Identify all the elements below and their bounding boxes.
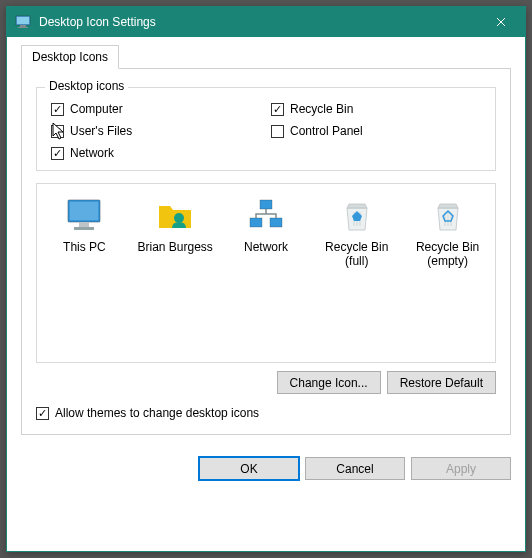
- ok-button[interactable]: OK: [199, 457, 299, 480]
- tab-desktop-icons[interactable]: Desktop Icons: [21, 45, 119, 69]
- icon-this-pc[interactable]: This PC: [41, 192, 127, 258]
- svg-rect-7: [74, 227, 94, 230]
- svg-point-8: [174, 213, 184, 223]
- icon-recycle-bin-empty[interactable]: Recycle Bin (empty): [405, 192, 491, 273]
- checkbox-allow-themes[interactable]: Allow themes to change desktop icons: [36, 406, 496, 420]
- checkbox-label: User's Files: [70, 124, 132, 138]
- icon-label: Brian Burgess: [138, 240, 213, 254]
- checkbox-label: Computer: [70, 102, 123, 116]
- checkbox-icon: [51, 125, 64, 138]
- icon-label: Recycle Bin (empty): [407, 240, 489, 269]
- checkbox-label: Control Panel: [290, 124, 363, 138]
- checkbox-grid: Computer Recycle Bin User's Files C: [51, 102, 481, 160]
- apply-button[interactable]: Apply: [411, 457, 511, 480]
- icon-user-folder[interactable]: Brian Burgess: [132, 192, 218, 258]
- checkbox-label: Allow themes to change desktop icons: [55, 406, 259, 420]
- svg-rect-11: [270, 218, 282, 227]
- change-icon-button[interactable]: Change Icon...: [277, 371, 381, 394]
- checkbox-icon: [271, 103, 284, 116]
- checkbox-computer[interactable]: Computer: [51, 102, 261, 116]
- groupbox-label: Desktop icons: [45, 79, 128, 93]
- svg-rect-6: [79, 222, 89, 227]
- recycle-empty-icon: [428, 196, 468, 236]
- svg-rect-10: [250, 218, 262, 227]
- svg-rect-3: [18, 27, 28, 28]
- icon-recycle-bin-full[interactable]: Recycle Bin (full): [314, 192, 400, 273]
- icon-label: Recycle Bin (full): [316, 240, 398, 269]
- monitor-icon: [64, 196, 104, 236]
- svg-rect-1: [17, 17, 29, 24]
- dialog-button-row: OK Cancel Apply: [7, 449, 525, 494]
- close-button[interactable]: [478, 7, 523, 37]
- recycle-full-icon: [337, 196, 377, 236]
- cancel-button[interactable]: Cancel: [305, 457, 405, 480]
- icon-label: Network: [244, 240, 288, 254]
- icon-network[interactable]: Network: [223, 192, 309, 258]
- icon-preview-list: This PC Brian Burgess Network Recycle Bi…: [36, 183, 496, 363]
- icon-button-row: Change Icon... Restore Default: [36, 371, 496, 394]
- titlebar: Desktop Icon Settings: [7, 7, 525, 37]
- icon-label: This PC: [63, 240, 106, 254]
- svg-rect-9: [260, 200, 272, 209]
- checkbox-label: Network: [70, 146, 114, 160]
- restore-default-button[interactable]: Restore Default: [387, 371, 496, 394]
- svg-rect-5: [70, 202, 98, 220]
- content-area: Desktop Icons Desktop icons Computer Rec…: [7, 37, 525, 449]
- checkbox-icon: [51, 103, 64, 116]
- user-folder-icon: [155, 196, 195, 236]
- checkbox-label: Recycle Bin: [290, 102, 353, 116]
- checkbox-network[interactable]: Network: [51, 146, 261, 160]
- tab-body: Desktop icons Computer Recycle Bin Us: [21, 68, 511, 435]
- checkbox-control-panel[interactable]: Control Panel: [271, 124, 481, 138]
- checkbox-users-files[interactable]: User's Files: [51, 124, 261, 138]
- checkbox-icon: [271, 125, 284, 138]
- network-icon: [246, 196, 286, 236]
- desktop-icons-groupbox: Desktop icons Computer Recycle Bin Us: [36, 87, 496, 171]
- checkbox-icon: [36, 407, 49, 420]
- dialog-window: Desktop Icon Settings Desktop Icons Desk…: [6, 6, 526, 552]
- tab-container: Desktop Icons Desktop icons Computer Rec…: [21, 45, 511, 435]
- checkbox-icon: [51, 147, 64, 160]
- window-title: Desktop Icon Settings: [39, 15, 478, 29]
- checkbox-recycle-bin[interactable]: Recycle Bin: [271, 102, 481, 116]
- app-icon: [15, 14, 31, 30]
- svg-rect-2: [20, 25, 26, 27]
- close-icon: [496, 17, 506, 27]
